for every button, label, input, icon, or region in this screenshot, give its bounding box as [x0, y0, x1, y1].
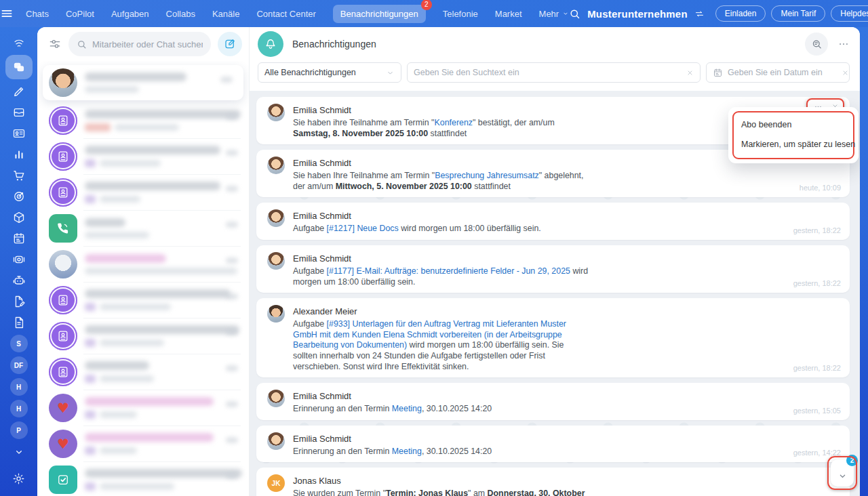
- notification-card[interactable]: Emilia SchmidtErinnerung an den Termin M…: [256, 426, 850, 463]
- chat-list-item[interactable]: [37, 318, 249, 354]
- global-search-icon[interactable]: [569, 8, 580, 20]
- chat-list-item[interactable]: [37, 210, 249, 246]
- chat-list-item[interactable]: ♥: [37, 390, 249, 426]
- inline-link[interactable]: [#1217] Neue Docs: [327, 224, 399, 233]
- feed-icon[interactable]: [5, 33, 33, 54]
- notification-count-badge: 2: [421, 0, 432, 10]
- header-kebab-menu-icon[interactable]: [837, 38, 850, 50]
- hamburger-menu-icon[interactable]: [0, 7, 14, 20]
- planner-icon[interactable]: [5, 228, 33, 249]
- date-filter-input[interactable]: [728, 68, 837, 77]
- chat-list-item[interactable]: [37, 246, 249, 282]
- redacted-chat-text: [85, 289, 242, 311]
- chat-list-item[interactable]: ♥: [37, 426, 249, 461]
- settings-gear-icon[interactable]: [5, 468, 33, 489]
- nav-item-aufgaben[interactable]: Aufgaben: [111, 9, 149, 19]
- text-segment: Aufgabe: [293, 266, 327, 276]
- chat-search-input[interactable]: [92, 39, 203, 49]
- text-segment: Samstag, 8. November 2025 10:00: [293, 129, 428, 138]
- topbar-buttons: EinladenMein TarifHelpdesk: [715, 5, 868, 22]
- notification-card[interactable]: Emilia SchmidtAufgabe [#1217] Neue Docs …: [256, 203, 850, 240]
- sidebar-shortcut-h-3[interactable]: H: [10, 400, 28, 417]
- messenger-icon[interactable]: [5, 55, 33, 79]
- nav-item-contact-center[interactable]: Contact Center: [256, 9, 315, 19]
- redacted-chat-preview: [85, 86, 139, 93]
- nav-item-collabs[interactable]: Collabs: [166, 9, 195, 19]
- workspace-drive-icon[interactable]: [5, 102, 33, 123]
- notification-timestamp: gestern, 18:22: [793, 279, 841, 287]
- chat-search-box[interactable]: [68, 32, 211, 56]
- redacted-chat-text: [85, 397, 242, 419]
- chat-list-item[interactable]: [37, 138, 249, 174]
- chevron-down-icon: [562, 10, 569, 17]
- inline-link[interactable]: Meeting: [392, 404, 422, 413]
- online-shop-icon[interactable]: [5, 165, 33, 186]
- topbar-button-helpdesk[interactable]: Helpdesk: [831, 5, 868, 22]
- marketing-icon[interactable]: [5, 186, 33, 207]
- nav-item-chats[interactable]: Chats: [26, 9, 49, 19]
- nav-item-telefonie[interactable]: Telefonie: [443, 9, 478, 19]
- top-navigation: ChatsCoPilotAufgabenCollabsKanäleContact…: [26, 5, 569, 23]
- sidebar-expand-icon[interactable]: [5, 441, 33, 462]
- notifications-header: Benachrichtigungen: [250, 27, 860, 61]
- redacted-badge: [85, 411, 96, 419]
- chat-list-item[interactable]: [37, 354, 249, 390]
- inline-link[interactable]: Meeting: [392, 447, 422, 456]
- analytics-icon[interactable]: [5, 144, 33, 165]
- redacted-timestamp: [226, 437, 238, 443]
- notification-card[interactable]: JKJonas KlausSie wurden zum Termin "Term…: [256, 468, 850, 496]
- sidebar-shortcut-s-0[interactable]: S: [10, 335, 28, 352]
- mark-as-read-button[interactable]: [805, 33, 828, 56]
- notification-context-menu: Abo beendenMarkieren, um später zu lesen: [728, 107, 859, 163]
- nav-item-mehr[interactable]: Mehr: [539, 9, 570, 19]
- sidebar-shortcut-h-2[interactable]: H: [10, 378, 28, 396]
- new-chat-button[interactable]: [218, 32, 242, 56]
- switch-company-icon[interactable]: [694, 9, 705, 19]
- nav-item-label: Benachrichtigungen: [340, 9, 418, 19]
- tasks-edit-icon[interactable]: [5, 81, 33, 102]
- chat-list-item[interactable]: [37, 461, 249, 496]
- text-segment: Sie haben Ihre Teilnahme am Termin ": [293, 171, 435, 180]
- redacted-timestamp: [226, 401, 238, 407]
- notification-card[interactable]: Emilia SchmidtAufgabe [#1177] E-Mail: Au…: [256, 245, 850, 293]
- sender-name: Emilia Schmidt: [293, 432, 492, 444]
- nav-item-copilot[interactable]: CoPilot: [66, 9, 94, 19]
- clear-date-icon[interactable]: [842, 69, 849, 77]
- sidebar-shortcut-p-4[interactable]: P: [10, 421, 28, 439]
- clear-search-icon[interactable]: [686, 69, 694, 77]
- notification-card[interactable]: Emilia SchmidtErinnerung an den Termin M…: [256, 383, 850, 420]
- notification-type-select[interactable]: Alle Benachrichtigungen: [258, 62, 401, 83]
- inline-link[interactable]: Konferenz: [435, 118, 473, 127]
- cat-avatar: [49, 250, 77, 278]
- chat-list-item[interactable]: [37, 102, 249, 138]
- search-icon: [77, 39, 87, 49]
- e-sign-icon[interactable]: [5, 291, 33, 312]
- redacted-chat-preview: [100, 160, 161, 167]
- company-name[interactable]: Musterunternehmen: [587, 8, 688, 20]
- notification-card[interactable]: Alexander MeierAufgabe [#933] Unterlagen…: [256, 298, 850, 377]
- chat-list-item[interactable]: [43, 65, 243, 100]
- sidebar-shortcut-df-1[interactable]: DF: [10, 356, 28, 374]
- context-menu-item[interactable]: Abo beenden: [741, 120, 848, 129]
- chat-list-item[interactable]: [37, 174, 249, 210]
- topbar-button-einladen[interactable]: Einladen: [715, 5, 766, 22]
- inline-link[interactable]: Besprechung Jahresumsatz: [435, 171, 539, 180]
- documents-icon[interactable]: [5, 312, 33, 333]
- chat-filter-icon[interactable]: [48, 37, 62, 51]
- redacted-chat-text: [85, 325, 242, 347]
- video-meeting-icon[interactable]: [5, 249, 33, 270]
- notification-search-input[interactable]: [414, 68, 682, 77]
- nav-item-market[interactable]: Market: [495, 9, 522, 19]
- scroll-to-bottom-button[interactable]: 2: [831, 459, 854, 487]
- market-icon[interactable]: [5, 207, 33, 228]
- nav-item-kanäle[interactable]: Kanäle: [212, 9, 239, 19]
- chat-list-item[interactable]: [37, 282, 249, 318]
- inline-link[interactable]: [#1177] E-Mail: Aufträge: benutzerdefini…: [327, 266, 570, 276]
- chevron-down-icon: [386, 68, 395, 77]
- nav-item-benachrichtigungen[interactable]: Benachrichtigungen2: [333, 5, 426, 23]
- copilot-icon[interactable]: [5, 270, 33, 291]
- topbar-button-mein-tarif[interactable]: Mein Tarif: [771, 5, 825, 22]
- context-menu-item[interactable]: Markieren, um später zu lesen: [741, 140, 848, 149]
- crm-contact-card-icon[interactable]: [5, 123, 33, 144]
- calendar-icon: [713, 68, 723, 78]
